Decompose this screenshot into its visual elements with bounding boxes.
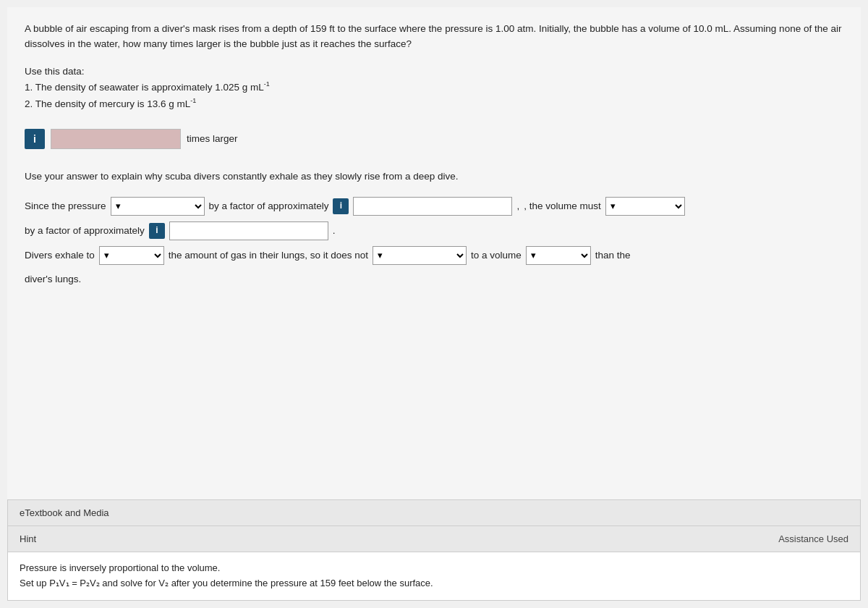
hint-line-2: Set up P₁V₁ = P₂V₂ and solve for V₂ afte…	[20, 576, 848, 591]
use-data-label: Use this data:	[25, 64, 843, 80]
sentence-row-4: diver's lungs.	[25, 271, 843, 288]
by-factor-label-2: by a factor of approximately	[25, 222, 145, 240]
volume-must-dropdown[interactable]: ▾ increase decrease stay same	[605, 197, 685, 216]
inline-info-icon-1[interactable]: i	[333, 198, 349, 214]
bottom-section: eTextbook and Media Hint Assistance Used…	[7, 499, 861, 601]
divers-lungs-label: diver's lungs.	[25, 271, 81, 288]
to-a-volume-label: to a volume	[471, 247, 522, 264]
period-2: .	[333, 222, 336, 240]
hint-label: Hint	[20, 533, 36, 544]
volume-must-label: , the volume must	[524, 198, 601, 215]
question-main: A bubble of air escaping from a diver's …	[25, 23, 841, 49]
by-factor-label-1: by a factor of approximately	[209, 198, 329, 215]
sentence-row-3: Divers exhale to ▾ reduce increase maint…	[25, 246, 843, 265]
factor-input-1[interactable]	[353, 197, 512, 216]
exhale-action-dropdown[interactable]: ▾ reduce increase maintain	[99, 246, 164, 265]
sentence-row-2: by a factor of approximately i .	[25, 221, 843, 240]
amount-gas-label: the amount of gas in their lungs, so it …	[169, 247, 368, 264]
divers-exhale-label: Divers exhale to	[25, 247, 95, 264]
data-point-2: 2. The density of mercury is 13.6 g mL-1	[25, 96, 843, 111]
question-text: A bubble of air escaping from a diver's …	[25, 22, 843, 52]
times-larger-input[interactable]	[51, 129, 181, 149]
etextbook-label: eTextbook and Media	[20, 507, 109, 518]
explain-text: Use your answer to explain why scuba div…	[25, 169, 843, 184]
since-pressure-label: Since the pressure	[25, 198, 106, 215]
hint-line-1: Pressure is inversely proportional to th…	[20, 561, 848, 576]
data-point-1: 1. The density of seawater is approximat…	[25, 79, 843, 95]
hint-content: Pressure is inversely proportional to th…	[7, 552, 861, 601]
etextbook-bar[interactable]: eTextbook and Media	[7, 499, 861, 525]
volume-comparison-dropdown[interactable]: ▾ larger smaller equal	[526, 246, 591, 265]
assistance-used: Assistance Used	[778, 533, 848, 544]
hint-bar[interactable]: Hint Assistance Used	[7, 525, 861, 552]
page-container: A bubble of air escaping from a diver's …	[7, 7, 861, 601]
gas-not-dropdown[interactable]: ▾ expand contract escape	[373, 246, 467, 265]
sentence-row-1: Since the pressure ▾ decreases increases…	[25, 197, 843, 216]
inline-info-icon-2[interactable]: i	[149, 223, 165, 239]
pressure-change-dropdown[interactable]: ▾ decreases increases stays same	[111, 197, 205, 216]
factor-input-2[interactable]	[169, 221, 328, 240]
than-the-label: than the	[595, 247, 631, 264]
answer-row: i times larger	[25, 129, 843, 149]
info-icon[interactable]: i	[25, 129, 45, 149]
use-data-section: Use this data: 1. The density of seawate…	[25, 64, 843, 111]
times-larger-label: times larger	[187, 133, 238, 144]
comma-1: ,	[516, 198, 519, 215]
